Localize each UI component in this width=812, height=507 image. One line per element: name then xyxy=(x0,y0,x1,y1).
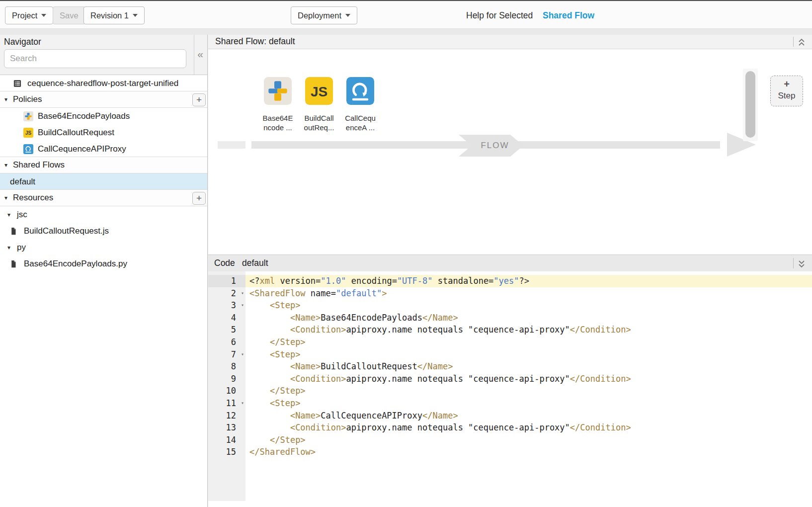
code-line-text[interactable]: <Step> xyxy=(245,397,812,410)
js-icon: JS xyxy=(23,128,33,138)
flow-step-buildcall[interactable]: JSBuildCalloutReq... xyxy=(305,77,333,132)
fold-toggle-icon[interactable]: ▾ xyxy=(241,348,244,361)
project-menu-label: Project xyxy=(12,11,37,20)
code-line-text[interactable]: <Condition>apiproxy.name notequals "cequ… xyxy=(245,422,812,434)
flow-step-callcequ[interactable]: CallCequenceA ... xyxy=(346,77,374,132)
code-line[interactable]: 7▾ <Step> xyxy=(208,348,812,361)
help-shared-flow-link[interactable]: Shared Flow xyxy=(543,10,594,21)
search-input[interactable] xyxy=(4,49,186,68)
code-line[interactable]: 15</SharedFlow> xyxy=(208,446,812,458)
revision-menu-button[interactable]: Revision 1 xyxy=(83,6,145,24)
code-token-pi: <? xyxy=(249,276,259,286)
tree-item-cequence-sharedflow-post-target-unified[interactable]: cequence-sharedflow-post-target-unified xyxy=(0,75,207,91)
js-icon: JS xyxy=(305,77,333,105)
code-line[interactable]: 10 </Step> xyxy=(208,385,812,397)
collapse-flow-panel-button[interactable] xyxy=(797,37,806,50)
code-line[interactable]: 6 </Step> xyxy=(208,336,812,348)
code-line[interactable]: 8 <Name>BuildCalloutRequest</Name> xyxy=(208,360,812,373)
code-line[interactable]: 5 <Condition>apiproxy.name notequals "ce… xyxy=(208,324,812,336)
caret-down-icon[interactable]: ▾ xyxy=(2,162,9,169)
line-number: 5 xyxy=(208,324,245,336)
caret-down-icon[interactable]: ▾ xyxy=(5,211,12,218)
tree-item-base64encodepayloads[interactable]: Base64EncodePayloads xyxy=(0,108,207,124)
code-token-tag: <Condition> xyxy=(290,422,346,432)
code-token-str: "default" xyxy=(336,288,382,298)
code-token-plain: apiproxy.name notequals "cequence-api-pr… xyxy=(346,374,569,384)
deployment-menu-button[interactable]: Deployment xyxy=(291,6,357,24)
code-line-text[interactable]: <Name>Base64EncodePayloads</Name> xyxy=(245,312,812,324)
code-line[interactable]: 4 <Name>Base64EncodePayloads</Name> xyxy=(208,312,812,324)
section-policies[interactable]: ▾Policies+ xyxy=(0,91,207,108)
code-line[interactable]: 12 <Name>CallCequenceAPIProxy</Name> xyxy=(208,410,812,422)
flow-scrollbar-track[interactable] xyxy=(743,69,758,141)
code-line-text[interactable]: <Name>CallCequenceAPIProxy</Name> xyxy=(245,410,812,422)
code-line[interactable]: 1<?xml version="1.0" encoding="UTF-8" st… xyxy=(208,275,812,287)
code-token-tag: <Step> xyxy=(270,300,300,310)
code-panel-subtitle: default xyxy=(242,258,268,268)
code-token-plain xyxy=(249,411,290,421)
code-line-text[interactable]: </Step> xyxy=(245,385,812,397)
tree-item-py[interactable]: ▾py xyxy=(0,239,207,255)
chevron-double-left-icon[interactable]: « xyxy=(195,49,206,60)
add-step-button[interactable]: + Step xyxy=(770,76,803,106)
code-line-text[interactable]: <Name>BuildCalloutRequest</Name> xyxy=(245,360,812,373)
caret-down-icon[interactable]: ▾ xyxy=(2,194,9,201)
code-token-plain xyxy=(249,386,270,396)
code-line-text[interactable]: <SharedFlow name="default"> xyxy=(245,287,812,300)
navigator-collapse-strip: « xyxy=(194,35,207,75)
tree-item-base64encodepayloads-py[interactable]: Base64EncodePayloads.py xyxy=(0,255,207,272)
flow-step-label: BuildCalloutReq... xyxy=(297,113,341,132)
code-token-plain: standalone= xyxy=(433,276,494,286)
code-editor[interactable]: 1<?xml version="1.0" encoding="UTF-8" st… xyxy=(208,271,812,507)
python-icon xyxy=(264,77,292,105)
code-token-tag: </Step> xyxy=(270,386,306,396)
caret-down-icon[interactable]: ▾ xyxy=(5,244,12,251)
code-line-text[interactable]: </Step> xyxy=(245,434,812,446)
code-line-text[interactable]: <Step> xyxy=(245,299,812,312)
flow-canvas: Base64Encode ...JSBuildCalloutReq...Call… xyxy=(208,49,812,254)
tree-item-callcequenceapiproxy[interactable]: CallCequenceAPIProxy xyxy=(0,141,207,157)
add-resources-button[interactable]: + xyxy=(192,192,206,205)
line-number: 14 xyxy=(208,434,245,446)
code-line[interactable]: 13 <Condition>apiproxy.name notequals "c… xyxy=(208,422,812,434)
save-button[interactable]: Save xyxy=(53,6,85,24)
section-shared-flows[interactable]: ▾Shared Flows xyxy=(0,157,207,173)
code-line[interactable]: 3▾ <Step> xyxy=(208,299,812,312)
section-resources[interactable]: ▾Resources+ xyxy=(0,189,207,206)
svg-text:JS: JS xyxy=(25,130,32,135)
flow-step-base64e[interactable]: Base64Encode ... xyxy=(264,77,292,132)
flow-scrollbar-thumb[interactable] xyxy=(745,71,755,138)
top-toolbar: Project Save Revision 1 Deployment Help … xyxy=(0,0,812,29)
tree-item-buildcalloutrequest-js[interactable]: BuildCalloutRequest.js xyxy=(0,223,207,239)
line-number: 3▾ xyxy=(208,299,245,312)
fold-toggle-icon[interactable]: ▾ xyxy=(241,287,244,300)
code-token-plain xyxy=(249,349,270,359)
revision-menu-label: Revision 1 xyxy=(90,11,129,20)
caret-down-icon[interactable]: ▾ xyxy=(2,96,9,103)
code-token-tag: </Condition> xyxy=(570,422,631,432)
line-number: 6 xyxy=(208,336,245,348)
code-line[interactable]: 11▾ <Step> xyxy=(208,397,812,410)
fold-toggle-icon[interactable]: ▾ xyxy=(241,299,244,312)
line-number: 8 xyxy=(208,360,245,373)
code-line[interactable]: 2▾<SharedFlow name="default"> xyxy=(208,287,812,300)
code-line[interactable]: 14 </Step> xyxy=(208,434,812,446)
code-line-text[interactable]: <Condition>apiproxy.name notequals "cequ… xyxy=(245,324,812,336)
code-token-plain xyxy=(249,361,290,371)
code-line-text[interactable]: </SharedFlow> xyxy=(245,446,812,458)
collapse-code-panel-button[interactable] xyxy=(797,258,806,271)
code-line[interactable]: 9 <Condition>apiproxy.name notequals "ce… xyxy=(208,373,812,385)
tree-item-default[interactable]: default xyxy=(0,173,207,190)
project-menu-button[interactable]: Project xyxy=(5,6,53,24)
code-line-text[interactable]: </Step> xyxy=(245,336,812,348)
code-line-text[interactable]: <?xml version="1.0" encoding="UTF-8" sta… xyxy=(245,275,812,287)
code-line-text[interactable]: <Condition>apiproxy.name notequals "cequ… xyxy=(245,373,812,385)
code-line-text[interactable]: <Step> xyxy=(245,348,812,361)
line-number: 2▾ xyxy=(208,287,245,300)
tree-item-jsc[interactable]: ▾jsc xyxy=(0,206,207,223)
add-policies-button[interactable]: + xyxy=(192,93,206,106)
code-token-tag: <Step> xyxy=(270,398,300,408)
fold-toggle-icon[interactable]: ▾ xyxy=(241,397,244,410)
line-number: 4 xyxy=(208,312,245,324)
tree-item-buildcalloutrequest[interactable]: JSBuildCalloutRequest xyxy=(0,124,207,141)
